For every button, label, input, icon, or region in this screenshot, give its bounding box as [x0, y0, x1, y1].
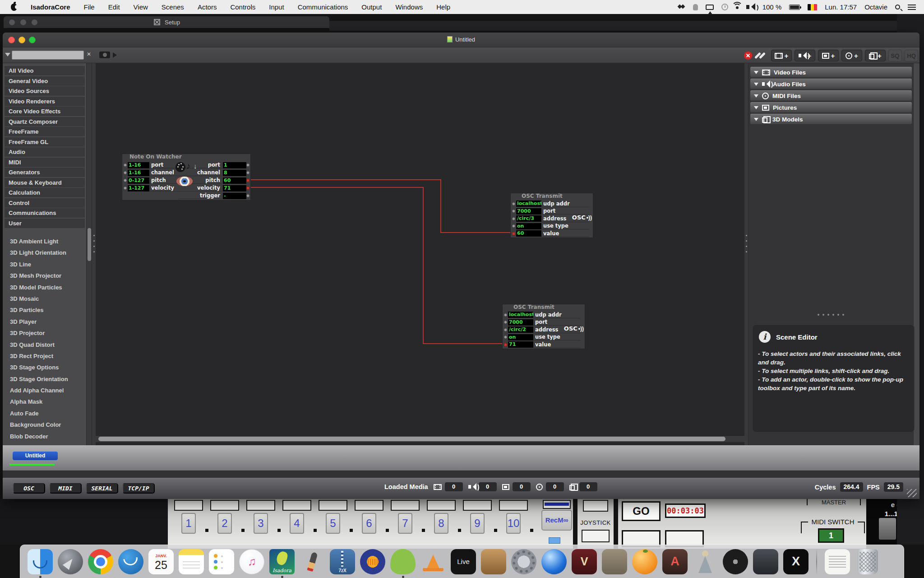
reminders-icon[interactable]: [209, 549, 234, 574]
sphere-icon[interactable]: [541, 549, 567, 574]
inactive-close-button[interactable]: [9, 19, 15, 25]
menu-item[interactable]: Communications: [298, 3, 348, 11]
vapp-icon[interactable]: [572, 549, 597, 574]
inactive-zoom-button[interactable]: [32, 19, 37, 25]
add-media-button[interactable]: +: [771, 50, 792, 61]
sidebar-category[interactable]: Quartz Composer: [5, 117, 85, 126]
sidebar-category[interactable]: General Video: [5, 76, 85, 86]
desktop-file-icon[interactable]: [879, 518, 896, 540]
node-note-on-watcher[interactable]: Note On Watcher 1-16 port 1-16 chan: [122, 154, 251, 200]
actor-list-item[interactable]: 3D Rect Project: [5, 350, 85, 362]
disclosure-triangle-icon[interactable]: [754, 118, 758, 123]
sidebar-category[interactable]: MIDI: [5, 158, 85, 167]
hq-quality-button[interactable]: HQ: [905, 50, 918, 61]
sidebar-category[interactable]: Video Sources: [5, 86, 85, 96]
orange-icon[interactable]: [632, 549, 657, 574]
slate-icon[interactable]: [753, 549, 778, 574]
package-icon[interactable]: [481, 549, 506, 574]
menu-clock[interactable]: Lun. 17:57: [825, 3, 857, 11]
comm-monitor-button[interactable]: MIDI: [49, 483, 82, 494]
input-value[interactable]: localhost: [516, 200, 541, 207]
actor-list-item[interactable]: Blob Decoder: [5, 431, 85, 442]
actor-list-item[interactable]: Alpha Mask: [5, 396, 85, 407]
input-value[interactable]: 7000: [516, 208, 541, 214]
trash-icon[interactable]: [857, 549, 878, 574]
setup-window-titlebar[interactable]: Setup: [4, 16, 329, 28]
actor-list-item[interactable]: 3D Mosaic: [5, 293, 85, 304]
sidebar-category[interactable]: Video Renderers: [5, 97, 85, 106]
input-port-dot[interactable]: [504, 321, 507, 324]
actor-list-item[interactable]: Add Alpha Channel: [5, 385, 85, 396]
patch-wire[interactable]: [251, 187, 424, 188]
input-value[interactable]: /circ/3: [516, 215, 541, 222]
input-port-dot[interactable]: [504, 313, 507, 317]
input-port-dot[interactable]: [504, 336, 507, 339]
actor-list-item[interactable]: Background Color: [5, 419, 85, 430]
scene-tab-untitled[interactable]: Untitled: [13, 452, 58, 460]
input-value[interactable]: 0-127: [128, 177, 149, 184]
crate-icon[interactable]: [602, 549, 627, 574]
node-osc-transmit-1[interactable]: OSC Transmit localhost udp addr 7000: [510, 193, 593, 238]
input-port-dot[interactable]: [124, 171, 127, 174]
vlc-icon[interactable]: [420, 549, 446, 574]
actor-list-item[interactable]: 3D Line: [5, 259, 85, 270]
actor-list-item[interactable]: 3D Stage Orientation: [5, 373, 85, 385]
audacity-icon[interactable]: [360, 549, 385, 574]
menu-item[interactable]: File: [84, 3, 95, 11]
itunes-icon[interactable]: [239, 549, 264, 574]
close-media-icon[interactable]: [744, 51, 752, 60]
pane-divider-grip[interactable]: [92, 235, 96, 264]
input-port-dot[interactable]: [512, 210, 515, 213]
output-port-dot[interactable]: [246, 163, 249, 167]
play-icon[interactable]: [113, 52, 120, 58]
time-machine-icon[interactable]: [721, 4, 728, 10]
media-bin-row[interactable]: 3D Models: [750, 114, 912, 124]
node-osc-transmit-2[interactable]: OSC Transmit localhost udp addr 7000: [502, 304, 585, 349]
pencil-icon[interactable]: [300, 549, 325, 574]
live-icon[interactable]: Live: [451, 549, 476, 574]
media-bin-row[interactable]: MIDI Files: [750, 90, 912, 101]
user-menu[interactable]: Octavie: [864, 3, 887, 11]
keyboard-flag-icon[interactable]: [808, 4, 817, 10]
autocad-icon[interactable]: [662, 549, 688, 574]
patch-wire[interactable]: [251, 179, 440, 180]
input-value[interactable]: 7000: [508, 319, 533, 326]
document-icon[interactable]: [825, 549, 850, 574]
input-port-dot[interactable]: [504, 343, 507, 346]
scene-number-button[interactable]: 7: [398, 513, 412, 534]
sidebar-category[interactable]: All Video: [5, 66, 85, 75]
joystick-pad[interactable]: [582, 530, 610, 542]
actor-list-item[interactable]: 3D Particles: [5, 304, 85, 316]
input-port-dot[interactable]: [124, 179, 127, 182]
chevron-down-icon[interactable]: [5, 53, 10, 59]
input-port-dot[interactable]: [512, 202, 515, 205]
x11-icon[interactable]: [783, 549, 808, 574]
battery-percent[interactable]: 100 %: [762, 3, 782, 11]
actor-list-item[interactable]: 3D Player: [5, 316, 85, 327]
menu-item[interactable]: Scenes: [162, 3, 184, 11]
scene-editor-canvas[interactable]: Note On Watcher 1-16 port 1-16 chan: [96, 63, 744, 445]
sidebar-category[interactable]: Communications: [5, 208, 85, 218]
go-button[interactable]: GO: [622, 501, 661, 521]
apple-menu-icon[interactable]: [11, 4, 17, 11]
camera-icon[interactable]: [99, 51, 110, 58]
scene-number-button[interactable]: 3: [254, 513, 268, 534]
menu-item[interactable]: Windows: [395, 3, 423, 11]
clear-search-icon[interactable]: ✕: [87, 51, 92, 57]
actor-search-input[interactable]: [12, 51, 84, 60]
sidebar-category[interactable]: FreeFrame: [5, 127, 85, 136]
notes-icon[interactable]: [179, 549, 204, 574]
sidebar-category[interactable]: Audio: [5, 147, 85, 157]
midi-switch-button[interactable]: 1: [818, 528, 844, 543]
input-value[interactable]: on: [508, 334, 533, 340]
actor-list-item[interactable]: 3D Projector: [5, 327, 85, 339]
menu-item[interactable]: Help: [436, 3, 450, 11]
scene-number-button[interactable]: 10: [506, 513, 521, 534]
output-port-dot[interactable]: [246, 186, 249, 190]
disclosure-triangle-icon[interactable]: [754, 71, 758, 76]
comm-monitor-button[interactable]: SERIAL: [86, 483, 118, 494]
mactracker-icon[interactable]: [390, 549, 416, 574]
menu-item[interactable]: Output: [361, 3, 382, 11]
wifi-icon[interactable]: [736, 6, 739, 9]
scrollbar-thumb[interactable]: [98, 437, 725, 441]
